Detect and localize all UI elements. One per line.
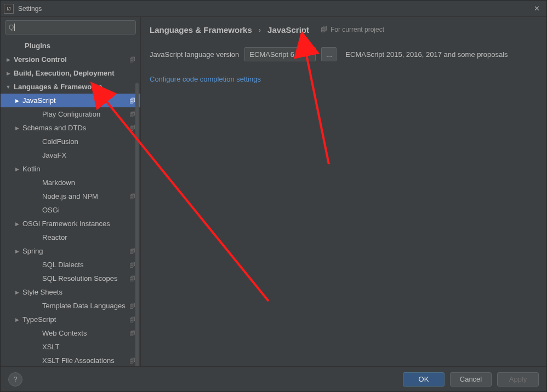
project-scope-icon: 🗐	[128, 358, 136, 364]
tree-item-xslt-file-associations[interactable]: XSLT File Associations🗐	[1, 354, 140, 366]
tree-item-label: XSLT	[42, 343, 128, 351]
tree-item-label: Markdown	[42, 178, 128, 187]
project-scope-icon: 🗐	[128, 330, 136, 337]
tree-item-label: Build, Execution, Deployment	[14, 69, 128, 77]
tree-item-label: SQL Dialects	[42, 261, 128, 269]
tree-item-osgi-framework-instances[interactable]: ▶OSGi Framework Instances	[1, 217, 140, 230]
tree-item-label: Spring	[22, 247, 128, 255]
tree-item-build-execution-deployment[interactable]: ▶Build, Execution, Deployment	[1, 66, 140, 80]
tree-item-plugins[interactable]: Plugins	[1, 39, 140, 53]
titlebar: IJ Settings ✕	[1, 1, 546, 17]
tree-item-javafx[interactable]: JavaFX	[1, 148, 140, 162]
tree-item-label: Languages & Frameworks	[14, 83, 128, 91]
tree-item-coldfusion[interactable]: ColdFusion	[1, 135, 140, 148]
project-scope-icon: 🗐	[128, 111, 136, 118]
tree-expand-icon[interactable]: ▶	[14, 290, 20, 295]
tree-item-kotlin[interactable]: ▶Kotlin	[1, 162, 140, 176]
tree-item-label: Node.js and NPM	[42, 192, 128, 200]
breadcrumb-parent[interactable]: Languages & Frameworks	[150, 25, 252, 34]
search-cursor	[14, 24, 15, 31]
settings-tree[interactable]: Plugins▶Version Control🗐▶Build, Executio…	[1, 39, 140, 366]
tree-expand-icon[interactable]: ▶	[14, 166, 20, 172]
dialog-footer: ? OK Cancel Apply	[1, 366, 546, 391]
tree-expand-icon[interactable]: ▶	[5, 57, 12, 62]
project-scope-icon: 🗐	[128, 97, 136, 104]
tree-item-reactor[interactable]: Reactor	[1, 230, 140, 244]
tree-item-label: JavaScript	[22, 96, 128, 105]
tree-expand-icon[interactable]: ▶	[14, 249, 20, 254]
tree-expand-icon[interactable]: ▶	[14, 125, 20, 131]
tree-item-template-data-languages[interactable]: Template Data Languages🗐	[1, 299, 140, 313]
language-version-dropdown[interactable]: ECMAScript 6 ▼	[244, 47, 316, 61]
apply-button[interactable]: Apply	[497, 372, 539, 387]
tree-item-version-control[interactable]: ▶Version Control🗐	[1, 53, 140, 66]
configure-code-completion-link[interactable]: Configure code completion settings	[150, 75, 261, 83]
language-version-hint: ECMAScript 2015, 2016, 2017 and some pro…	[345, 50, 508, 59]
tree-item-label: Play Configuration	[42, 110, 128, 118]
tree-item-label: Template Data Languages	[42, 302, 128, 310]
language-version-more-button[interactable]: ...	[321, 47, 337, 61]
tree-item-spring[interactable]: ▶Spring🗐	[1, 244, 140, 258]
project-scope-icon: 🗐	[128, 248, 136, 255]
tree-expand-icon[interactable]: ▶	[14, 317, 20, 322]
tree-item-label: Reactor	[42, 233, 128, 241]
app-icon: IJ	[4, 4, 14, 14]
tree-item-label: ColdFusion	[42, 137, 128, 146]
tree-item-label: Web Contexts	[42, 329, 128, 337]
project-scope-icon: 🗐	[128, 262, 136, 268]
breadcrumb-separator: ›	[259, 26, 261, 34]
tree-item-web-contexts[interactable]: Web Contexts🗐	[1, 326, 140, 340]
chevron-down-icon: ▼	[307, 51, 312, 57]
project-scope-icon: 🗐	[128, 303, 136, 309]
search-icon: Q	[9, 24, 14, 31]
tree-expand-icon[interactable]: ▶	[14, 98, 20, 103]
project-scope-icon: 🗐	[128, 275, 136, 282]
project-scope-icon: 🗐	[321, 26, 327, 33]
tree-item-label: Kotlin	[22, 165, 128, 173]
project-scope-icon: 🗐	[128, 125, 136, 131]
for-current-project-label: 🗐 For current project	[321, 26, 538, 33]
tree-expand-icon[interactable]: ▶	[5, 71, 12, 76]
tree-item-label: Plugins	[25, 42, 128, 50]
breadcrumb-current: JavaScript	[267, 25, 309, 34]
ok-button[interactable]: OK	[403, 372, 445, 387]
tree-item-label: Schemas and DTDs	[22, 124, 128, 132]
language-version-value: ECMAScript 6	[249, 50, 294, 59]
help-button[interactable]: ?	[8, 372, 22, 387]
tree-item-label: OSGi Framework Instances	[22, 220, 128, 228]
tree-item-sql-resolution-scopes[interactable]: SQL Resolution Scopes🗐	[1, 272, 140, 285]
tree-item-label: Style Sheets	[22, 288, 128, 296]
window-title: Settings	[18, 5, 530, 13]
tree-item-languages-frameworks[interactable]: ▼Languages & Frameworks	[1, 80, 140, 94]
tree-item-typescript[interactable]: ▶TypeScript🗐	[1, 313, 140, 326]
tree-item-sql-dialects[interactable]: SQL Dialects🗐	[1, 258, 140, 272]
tree-item-play-configuration[interactable]: Play Configuration🗐	[1, 107, 140, 121]
tree-item-node-js-and-npm[interactable]: Node.js and NPM🗐	[1, 189, 140, 203]
sidebar: Q Plugins▶Version Control🗐▶Build, Execut…	[1, 17, 141, 366]
project-scope-icon: 🗐	[128, 316, 136, 323]
tree-item-osgi[interactable]: OSGi	[1, 203, 140, 217]
tree-item-markdown[interactable]: Markdown	[1, 176, 140, 189]
tree-item-style-sheets[interactable]: ▶Style Sheets	[1, 285, 140, 299]
tree-item-xslt[interactable]: XSLT	[1, 340, 140, 354]
tree-item-schemas-and-dtds[interactable]: ▶Schemas and DTDs🗐	[1, 121, 140, 135]
breadcrumb: Languages & Frameworks › JavaScript	[150, 25, 309, 34]
close-icon[interactable]: ✕	[530, 2, 543, 15]
tree-item-label: XSLT File Associations	[42, 356, 128, 365]
main-panel: Languages & Frameworks › JavaScript 🗐 Fo…	[141, 17, 546, 366]
project-scope-icon: 🗐	[128, 56, 136, 63]
tree-expand-icon[interactable]: ▼	[5, 84, 12, 90]
tree-item-label: TypeScript	[22, 315, 128, 324]
search-input[interactable]: Q	[5, 20, 136, 34]
tree-item-label: OSGi	[42, 206, 128, 214]
tree-scrollbar[interactable]	[135, 83, 139, 366]
project-scope-icon: 🗐	[128, 193, 136, 200]
tree-item-label: SQL Resolution Scopes	[42, 274, 128, 283]
tree-item-label: Version Control	[14, 55, 128, 64]
tree-item-label: JavaFX	[42, 151, 128, 159]
language-version-label: JavaScript language version	[150, 50, 239, 59]
tree-item-javascript[interactable]: ▶JavaScript🗐	[1, 94, 140, 107]
cancel-button[interactable]: Cancel	[450, 372, 492, 387]
tree-expand-icon[interactable]: ▶	[14, 221, 20, 227]
